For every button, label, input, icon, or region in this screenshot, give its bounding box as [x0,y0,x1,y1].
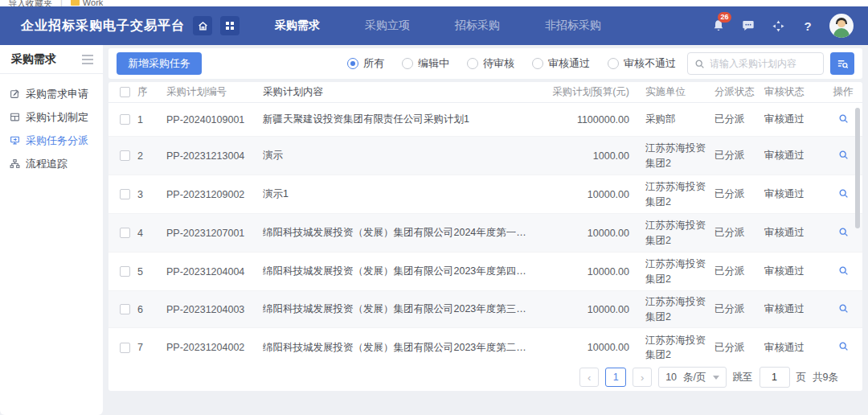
bookmark-separator: | [60,0,63,6]
cell-dispatch-status: 已分派 [710,113,761,126]
cell-audit-status: 审核通过 [761,302,824,316]
sidebar-item-demand-apply[interactable]: 采购需求申请 [0,82,103,105]
toolbar: 新增采购任务 所有 编辑中 待审核 审核通过 审核不通过 [108,48,862,79]
filter-rejected[interactable]: 审核不通过 [608,56,676,71]
table-scrollbar[interactable] [854,106,861,364]
filter-label: 所有 [363,56,384,71]
view-detail-icon[interactable] [838,303,849,314]
filter-approved[interactable]: 审核通过 [532,56,590,71]
row-checkbox[interactable] [120,228,130,238]
procurement-table-card: 序 采购计划编号 采购计划内容 采购计划预算(元) 实施单位 分派状态 审核状态… [108,82,862,391]
page-word-label: 页 [796,371,807,384]
filter-editing[interactable]: 编辑中 [402,56,449,71]
view-detail-icon[interactable] [838,341,849,351]
nav-procurement-demand[interactable]: 采购需求 [275,18,320,33]
row-checkbox[interactable] [120,150,130,161]
header-operations: 操作 [824,85,862,99]
filter-label: 审核不通过 [624,56,676,71]
bookmark-folder-work[interactable]: Work [71,0,103,6]
search-area [687,52,854,75]
filter-search-icon [837,58,849,70]
row-checkbox[interactable] [120,114,130,125]
row-checkbox[interactable] [120,189,130,199]
cell-seq: 1 [137,114,166,125]
cell-seq: 3 [137,189,166,200]
table-row[interactable]: 5 PP-20231204004 绵阳科技城发展投资（发展）集团有限公司2023… [108,253,862,291]
cell-dispatch-status: 已分派 [710,265,761,278]
view-detail-icon[interactable] [838,265,849,276]
main-nav: 采购需求 采购立项 招标采购 非招标采购 [275,18,601,33]
folder-icon [71,0,80,6]
cell-audit-status: 审核通过 [761,226,824,240]
row-checkbox[interactable] [120,304,130,314]
page-size-unit: 条/页 [683,371,706,384]
sidebar-item-task-dispatch[interactable]: 采购任务分派 [0,129,103,152]
current-page-button[interactable]: 1 [605,368,626,387]
table-row[interactable]: 1 PP-20240109001 新疆天聚建设投资集团有限责任公司采购计划1 1… [108,103,862,137]
table-header-row: 序 采购计划编号 采购计划内容 采购计划预算(元) 实施单位 分派状态 审核状态… [108,82,862,103]
cell-seq: 7 [137,342,166,353]
next-page-button[interactable]: › [633,368,652,387]
edit-square-icon [10,88,20,99]
table-row[interactable]: 7 PP-20231204002 绵阳科技城发展投资（发展）集团有限公司2023… [108,328,862,367]
bookmark-import[interactable]: 导入收藏夹 [8,0,52,6]
nav-non-bidding-procurement[interactable]: 非招标采购 [545,18,601,33]
search-input[interactable] [710,58,817,69]
total-count-label: 共9条 [813,371,838,384]
cell-plan-content: 绵阳科技城发展投资（发展）集团有限公司2023年度第二季度采购 [263,341,536,355]
bookmark-import-label: 导入收藏夹 [8,0,52,6]
cell-plan-code: PP-20231204002 [166,342,263,353]
chat-icon [742,19,755,32]
cell-plan-code: PP-20231213004 [166,150,263,162]
home-button[interactable] [193,16,212,35]
select-all-checkbox[interactable] [120,87,130,97]
filter-all[interactable]: 所有 [347,56,384,71]
header-dispatch-status: 分派状态 [710,85,761,99]
nav-procurement-initiation[interactable]: 采购立项 [365,18,410,33]
table-row[interactable]: 3 PP-20231209002 演示1 10000.00 江苏苏海投资集团2 … [108,175,862,214]
sidebar-item-process-track[interactable]: 流程追踪 [0,152,103,175]
table-row[interactable]: 4 PP-20231207001 绵阳科技城发展投资（发展）集团有限公司2024… [108,214,862,253]
nav-bidding-procurement[interactable]: 招标采购 [455,18,500,33]
sidebar-header: 采购需求 [0,45,103,74]
search-box [687,52,824,75]
sidebar-item-plan-make[interactable]: 采购计划制定 [0,105,103,129]
page-body: 采购需求 采购需求申请 采购计划制定 采购任务分派 流程追踪 [0,45,868,415]
cell-budget: 1000.00 [536,150,633,162]
filter-pending-review[interactable]: 待审核 [467,56,514,71]
navigation-compass-button[interactable] [770,18,786,34]
app-header: 企业招标采购电子交易平台 采购需求 采购立项 招标采购 非招标采购 26 [0,6,868,45]
view-detail-icon[interactable] [838,227,849,237]
apps-grid-button[interactable] [220,16,240,35]
add-task-button[interactable]: 新增采购任务 [117,52,202,75]
cell-seq: 2 [137,150,166,162]
cell-unit: 采购部 [633,112,710,126]
filter-label: 审核通过 [548,56,590,71]
jump-page-input[interactable] [760,367,790,388]
browser-bookmarks-bar: 导入收藏夹 | Work [0,0,868,6]
chevron-down-icon [713,376,719,380]
table-row[interactable]: 6 PP-20231204003 绵阳科技城发展投资（发展）集团有限公司2023… [108,291,862,328]
pagination: ‹ 1 › 10 条/页 跳至 页 共9条 [108,367,862,391]
prev-page-button[interactable]: ‹ [579,368,599,387]
radio-icon [532,58,543,69]
page-size-select[interactable]: 10 条/页 [658,367,726,388]
help-button[interactable]: ? [800,18,816,34]
table-row[interactable]: 2 PP-20231213004 演示 1000.00 江苏苏海投资集团2 已分… [108,137,862,175]
view-detail-icon[interactable] [838,113,849,124]
flow-chart-icon [10,158,20,169]
view-detail-icon[interactable] [838,150,849,160]
user-avatar[interactable] [829,14,854,38]
messages-button[interactable] [740,18,756,34]
notifications-button[interactable]: 26 [710,18,727,34]
row-checkbox[interactable] [120,266,130,277]
advanced-search-button[interactable] [830,52,854,75]
header-audit-status: 审核状态 [761,85,824,99]
scrollbar-thumb[interactable] [855,108,860,228]
row-checkbox[interactable] [120,343,130,353]
cell-plan-content: 绵阳科技城发展投资（发展）集团有限公司2024年度第一季度采购 [263,226,536,240]
cell-unit: 江苏苏海投资集团2 [633,218,710,247]
cell-plan-content: 新疆天聚建设投资集团有限责任公司采购计划1 [263,113,536,126]
collapse-menu-icon[interactable] [82,52,93,67]
view-detail-icon[interactable] [838,188,849,199]
